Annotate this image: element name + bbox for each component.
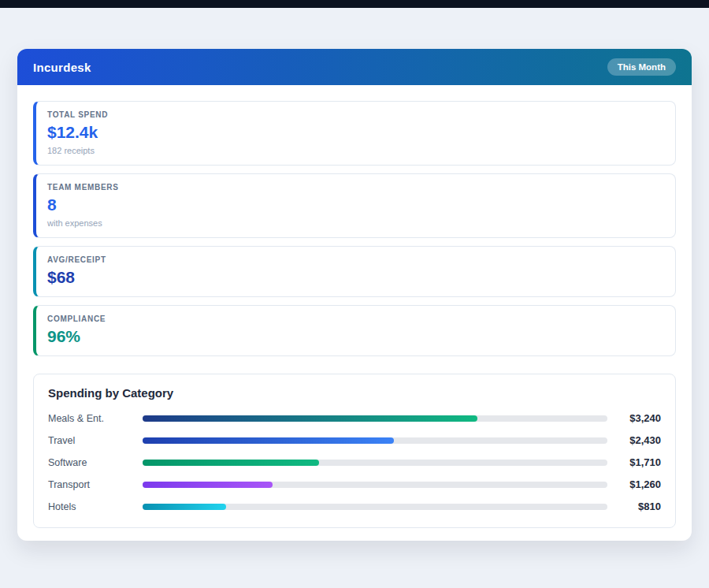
period-badge[interactable]: This Month bbox=[607, 58, 676, 76]
stat-label: AVG/RECEIPT bbox=[47, 255, 664, 264]
stat-card-compliance: COMPLIANCE 96% bbox=[33, 305, 676, 356]
top-bar bbox=[0, 0, 709, 8]
stat-card-avg-receipt: AVG/RECEIPT $68 bbox=[33, 246, 676, 297]
category-row-hotels: Hotels $810 bbox=[48, 501, 661, 512]
stat-card-team-members: TEAM MEMBERS 8 with expenses bbox=[33, 173, 676, 238]
stat-value: $12.4k bbox=[47, 123, 664, 142]
stat-card-total-spend: TOTAL SPEND $12.4k 182 receipts bbox=[33, 101, 676, 166]
category-value: $1,710 bbox=[615, 456, 661, 468]
category-bar-fill bbox=[143, 504, 226, 510]
stat-label: TOTAL SPEND bbox=[47, 110, 664, 119]
dashboard-card: Incurdesk This Month TOTAL SPEND $12.4k … bbox=[17, 49, 692, 541]
category-bar-track bbox=[143, 504, 607, 510]
category-label: Software bbox=[48, 457, 143, 468]
category-bar-track bbox=[143, 437, 607, 444]
category-value: $1,260 bbox=[615, 478, 661, 490]
category-bar-track bbox=[143, 460, 607, 466]
category-bar-fill bbox=[143, 460, 319, 466]
app-header: Incurdesk This Month bbox=[17, 49, 692, 85]
category-bar-fill bbox=[143, 437, 394, 444]
spending-card-title: Spending by Category bbox=[48, 386, 661, 400]
category-value: $2,430 bbox=[615, 434, 661, 446]
category-bar-fill bbox=[143, 415, 477, 422]
stat-value: 8 bbox=[47, 195, 664, 214]
category-label: Meals & Ent. bbox=[48, 413, 143, 424]
stat-label: COMPLIANCE bbox=[47, 314, 664, 323]
stat-label: TEAM MEMBERS bbox=[47, 183, 664, 192]
category-row-meals: Meals & Ent. $3,240 bbox=[48, 412, 661, 424]
category-label: Travel bbox=[48, 435, 143, 446]
category-row-transport: Transport $1,260 bbox=[48, 478, 661, 490]
stat-value: $68 bbox=[47, 268, 664, 287]
spending-by-category-card: Spending by Category Meals & Ent. $3,240… bbox=[33, 374, 676, 528]
category-bar-track bbox=[143, 415, 607, 422]
category-value: $810 bbox=[615, 501, 661, 512]
app-title: Incurdesk bbox=[33, 61, 91, 74]
category-row-software: Software $1,710 bbox=[48, 456, 661, 468]
category-bar-track bbox=[143, 482, 607, 488]
category-label: Transport bbox=[48, 479, 143, 490]
stat-subtitle: 182 receipts bbox=[47, 146, 664, 155]
stat-value: 96% bbox=[47, 327, 664, 346]
category-value: $3,240 bbox=[615, 412, 661, 424]
category-row-travel: Travel $2,430 bbox=[48, 434, 661, 446]
dashboard-body: TOTAL SPEND $12.4k 182 receipts TEAM MEM… bbox=[17, 85, 692, 541]
category-bar-fill bbox=[143, 482, 273, 488]
stat-subtitle: with expenses bbox=[47, 218, 664, 228]
category-label: Hotels bbox=[48, 501, 143, 512]
